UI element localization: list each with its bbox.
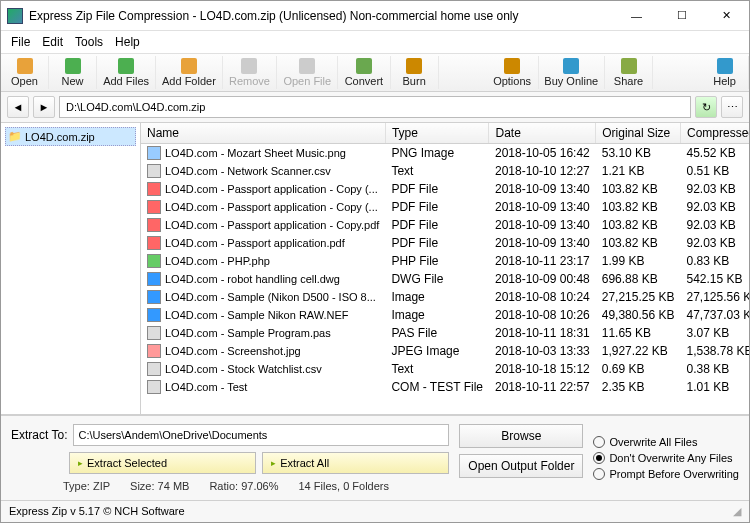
file-icon bbox=[147, 362, 161, 376]
file-date: 2018-10-09 13:40 bbox=[489, 198, 596, 216]
table-row[interactable]: LO4D.com - robot handling cell.dwgDWG Fi… bbox=[141, 270, 749, 288]
file-compressed: 0.51 KB bbox=[680, 162, 749, 180]
column-original-size[interactable]: Original Size bbox=[596, 123, 681, 144]
tree-root-item[interactable]: 📁 LO4D.com.zip bbox=[5, 127, 136, 146]
path-input[interactable]: D:\LO4D.com\LO4D.com.zip bbox=[59, 96, 691, 118]
nav-forward-button[interactable]: ► bbox=[33, 96, 55, 118]
browse-button[interactable]: Browse bbox=[459, 424, 583, 448]
overwrite-radio-0[interactable]: Overwrite All Files bbox=[593, 436, 739, 448]
file-compressed: 47,737.03 KB bbox=[680, 306, 749, 324]
file-compressed: 27,125.56 KB bbox=[680, 288, 749, 306]
open-output-folder-button[interactable]: Open Output Folder bbox=[459, 454, 583, 478]
file-original-size: 2.35 KB bbox=[596, 378, 681, 396]
nav-back-button[interactable]: ◄ bbox=[7, 96, 29, 118]
extract-all-button[interactable]: Extract All bbox=[262, 452, 449, 474]
file-compressed: 45.52 KB bbox=[680, 144, 749, 163]
file-type: PDF File bbox=[385, 198, 489, 216]
file-name: LO4D.com - Passport application - Copy (… bbox=[165, 183, 378, 195]
file-original-size: 1,927.22 KB bbox=[596, 342, 681, 360]
radio-icon bbox=[593, 468, 605, 480]
toolbar-options-button[interactable]: Options bbox=[487, 56, 539, 89]
table-row[interactable]: LO4D.com - Sample (Nikon D500 - ISO 8...… bbox=[141, 288, 749, 306]
table-row[interactable]: LO4D.com - TestCOM - TEST File2018-10-11… bbox=[141, 378, 749, 396]
toolbar-add-files-button[interactable]: Add Files bbox=[97, 56, 156, 89]
column-type[interactable]: Type bbox=[385, 123, 489, 144]
toolbar-convert-button[interactable]: Convert bbox=[338, 56, 390, 89]
menu-edit[interactable]: Edit bbox=[36, 33, 69, 51]
file-name: LO4D.com - robot handling cell.dwg bbox=[165, 273, 340, 285]
toolbar-share-button[interactable]: Share bbox=[605, 56, 653, 89]
path-text: D:\LO4D.com\LO4D.com.zip bbox=[66, 101, 205, 113]
radio-icon bbox=[593, 436, 605, 448]
archive-info: Type: ZIP Size: 74 MB Ratio: 97.06% 14 F… bbox=[11, 480, 449, 492]
file-name: LO4D.com - Passport application - Copy (… bbox=[165, 201, 378, 213]
resize-grip[interactable]: ◢ bbox=[733, 505, 741, 518]
file-original-size: 1.99 KB bbox=[596, 252, 681, 270]
column-compressed[interactable]: Compressed bbox=[680, 123, 749, 144]
table-row[interactable]: LO4D.com - Sample Program.pasPAS File201… bbox=[141, 324, 749, 342]
file-name: LO4D.com - Test bbox=[165, 381, 247, 393]
file-original-size: 696.88 KB bbox=[596, 270, 681, 288]
file-compressed: 92.03 KB bbox=[680, 180, 749, 198]
file-date: 2018-10-09 13:40 bbox=[489, 234, 596, 252]
file-date: 2018-10-09 13:40 bbox=[489, 216, 596, 234]
file-name: LO4D.com - Passport application - Copy.p… bbox=[165, 219, 379, 231]
file-icon bbox=[147, 272, 161, 286]
file-icon bbox=[147, 308, 161, 322]
table-row[interactable]: LO4D.com - Sample Nikon RAW.NEFImage2018… bbox=[141, 306, 749, 324]
extract-path-input[interactable] bbox=[73, 424, 449, 446]
toolbar-add-folder-button[interactable]: Add Folder bbox=[156, 56, 222, 89]
add-folder-icon bbox=[181, 58, 197, 74]
go-button[interactable]: ↻ bbox=[695, 96, 717, 118]
overwrite-radio-1[interactable]: Don't Overwrite Any Files bbox=[593, 452, 739, 464]
table-row[interactable]: LO4D.com - Network Scanner.csvText2018-1… bbox=[141, 162, 749, 180]
maximize-button[interactable]: ☐ bbox=[659, 1, 704, 30]
file-compressed: 92.03 KB bbox=[680, 216, 749, 234]
titlebar: Express Zip File Compression - LO4D.com.… bbox=[1, 1, 749, 31]
table-row[interactable]: LO4D.com - Passport application - Copy (… bbox=[141, 180, 749, 198]
column-name[interactable]: Name bbox=[141, 123, 385, 144]
file-original-size: 103.82 KB bbox=[596, 198, 681, 216]
file-type: PNG Image bbox=[385, 144, 489, 163]
toolbar-remove-button: Remove bbox=[223, 56, 278, 89]
menu-tools[interactable]: Tools bbox=[69, 33, 109, 51]
table-row[interactable]: LO4D.com - Screenshot.jpgJPEG Image2018-… bbox=[141, 342, 749, 360]
toolbar-buy-online-button[interactable]: Buy Online bbox=[539, 56, 605, 89]
file-date: 2018-10-11 23:17 bbox=[489, 252, 596, 270]
close-button[interactable]: ✕ bbox=[704, 1, 749, 30]
file-type: Image bbox=[385, 306, 489, 324]
table-row[interactable]: LO4D.com - PHP.phpPHP File2018-10-11 23:… bbox=[141, 252, 749, 270]
remove-icon bbox=[241, 58, 257, 74]
file-compressed: 542.15 KB bbox=[680, 270, 749, 288]
toolbar-help-button[interactable]: Help bbox=[701, 56, 749, 89]
file-compressed: 3.07 KB bbox=[680, 324, 749, 342]
open-icon bbox=[17, 58, 33, 74]
file-type: PDF File bbox=[385, 234, 489, 252]
file-name: LO4D.com - Sample Nikon RAW.NEF bbox=[165, 309, 349, 321]
overwrite-radio-2[interactable]: Prompt Before Overwriting bbox=[593, 468, 739, 480]
extract-selected-button[interactable]: Extract Selected bbox=[69, 452, 256, 474]
toolbar-burn-button[interactable]: Burn bbox=[391, 56, 439, 89]
path-browse-button[interactable]: ⋯ bbox=[721, 96, 743, 118]
minimize-button[interactable]: — bbox=[614, 1, 659, 30]
table-row[interactable]: LO4D.com - Passport application - Copy (… bbox=[141, 198, 749, 216]
menu-help[interactable]: Help bbox=[109, 33, 146, 51]
options-icon bbox=[504, 58, 520, 74]
table-row[interactable]: LO4D.com - Passport application.pdfPDF F… bbox=[141, 234, 749, 252]
file-name: LO4D.com - Passport application.pdf bbox=[165, 237, 345, 249]
menu-file[interactable]: File bbox=[5, 33, 36, 51]
radio-icon bbox=[593, 452, 605, 464]
file-original-size: 11.65 KB bbox=[596, 324, 681, 342]
file-list[interactable]: NameTypeDateOriginal SizeCompressed LO4D… bbox=[141, 123, 749, 414]
toolbar-new-button[interactable]: New bbox=[49, 56, 97, 89]
column-date[interactable]: Date bbox=[489, 123, 596, 144]
help-icon bbox=[717, 58, 733, 74]
table-row[interactable]: LO4D.com - Stock Watchlist.csvText2018-1… bbox=[141, 360, 749, 378]
toolbar-open-button[interactable]: Open bbox=[1, 56, 49, 89]
table-row[interactable]: LO4D.com - Passport application - Copy.p… bbox=[141, 216, 749, 234]
table-row[interactable]: LO4D.com - Mozart Sheet Music.pngPNG Ima… bbox=[141, 144, 749, 163]
path-bar: ◄ ► D:\LO4D.com\LO4D.com.zip ↻ ⋯ bbox=[1, 92, 749, 123]
file-original-size: 53.10 KB bbox=[596, 144, 681, 163]
file-date: 2018-10-03 13:33 bbox=[489, 342, 596, 360]
file-icon bbox=[147, 164, 161, 178]
